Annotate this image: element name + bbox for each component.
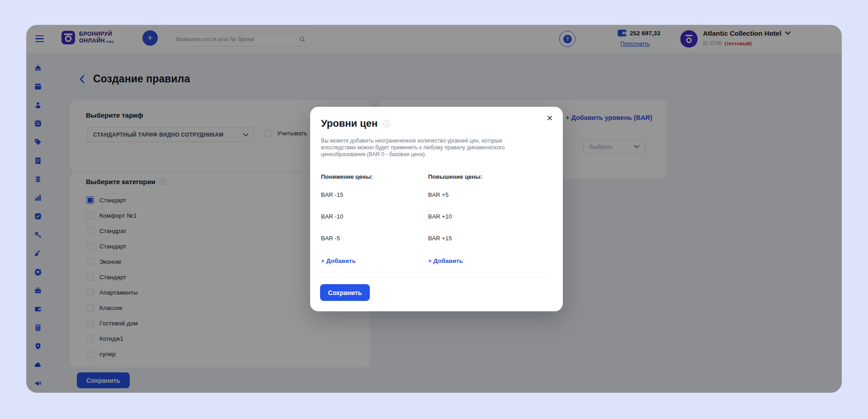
modal-title: Уровни цен [321,118,377,129]
decrease-header: Понижение цены: [321,173,420,182]
increase-levels: BAR +5BAR +10BAR +15 [428,191,528,244]
price-level: BAR +15 [428,235,528,244]
price-level: BAR +5 [428,191,528,200]
decrease-levels: BAR -15BAR -10BAR -5 [321,191,420,244]
close-icon[interactable]: ✕ [544,112,556,124]
increase-column: Повышение цены: BAR +5BAR +10BAR +15 + Д… [428,173,528,265]
info-icon: i [383,120,390,127]
increase-header: Повышение цены: [428,173,528,182]
add-decrease-level-link[interactable]: + Добавить [321,257,356,264]
price-level: BAR -10 [321,213,420,222]
modal-save-button[interactable]: Сохранить [320,284,370,301]
price-level: BAR -5 [321,235,420,244]
add-increase-level-link[interactable]: + Добавить [428,257,463,264]
price-levels-modal: ✕ Уровни цен i Вы можете добавить неогра… [310,107,563,311]
decrease-column: Понижение цены: BAR -15BAR -10BAR -5 + Д… [321,173,420,265]
modal-divider [321,277,548,277]
modal-description: Вы можете добавить неограниченное количе… [321,138,537,158]
price-level: BAR +10 [428,213,528,222]
price-level: BAR -15 [321,191,420,200]
